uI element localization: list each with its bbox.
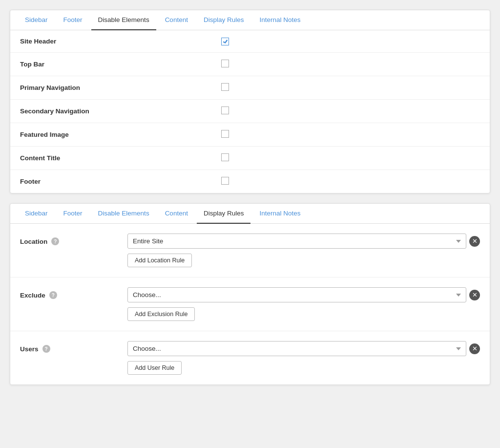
location-label-col: Location ? [20,234,118,245]
footer-checkbox[interactable] [221,177,229,185]
display-rules-panel: Sidebar Footer Disable Elements Content … [10,203,490,385]
exclude-clear-button[interactable]: ✕ [469,290,480,300]
exclude-label-col: Exclude ? [20,287,118,299]
exclude-select-group: Choose... Homepage Blog Archive Single P… [127,287,480,302]
add-location-rule-button[interactable]: Add Location Rule [127,254,192,267]
tab-content-1[interactable]: Content [158,10,195,30]
element-label: Featured Image [10,123,211,147]
exclude-label: Exclude [20,292,45,299]
users-controls: Choose... All Users Logged In Logged Out… [127,341,480,375]
tab-disable-elements-1[interactable]: Disable Elements [91,10,156,30]
site-header-checkbox[interactable] [221,38,229,45]
exclude-controls: Choose... Homepage Blog Archive Single P… [127,287,480,321]
tab-disable-elements-2[interactable]: Disable Elements [91,204,156,224]
exclude-rule-row: Exclude ? Choose... Homepage Blog Archiv… [10,277,490,331]
close-icon: ✕ [472,345,478,352]
top-bar-checkbox[interactable] [221,60,229,67]
panel1-tabs: Sidebar Footer Disable Elements Content … [10,10,490,30]
element-label: Site Header [10,30,211,53]
tab-display-rules-1[interactable]: Display Rules [197,10,251,30]
table-row: Featured Image [10,123,490,147]
exclude-help-icon[interactable]: ? [49,291,57,299]
table-row: Top Bar [10,53,490,76]
location-controls: Entire Site Homepage Blog Archive Single… [127,234,480,267]
location-select-group: Entire Site Homepage Blog Archive Single… [127,234,480,249]
users-help-icon[interactable]: ? [42,345,50,353]
primary-navigation-checkbox[interactable] [221,83,229,91]
exclude-select[interactable]: Choose... Homepage Blog Archive Single P… [127,287,466,302]
element-label: Content Title [10,147,211,170]
location-select[interactable]: Entire Site Homepage Blog Archive Single… [127,234,466,249]
users-select[interactable]: Choose... All Users Logged In Logged Out… [127,341,466,356]
table-row: Secondary Navigation [10,100,490,123]
location-help-icon[interactable]: ? [51,237,59,245]
close-icon: ✕ [472,237,478,245]
add-exclusion-rule-button[interactable]: Add Exclusion Rule [127,307,195,321]
table-row: Site Header [10,30,490,53]
table-row: Content Title [10,147,490,170]
tab-internal-notes-2[interactable]: Internal Notes [252,204,307,224]
location-label: Location [20,238,47,245]
panel2-tabs: Sidebar Footer Disable Elements Content … [10,204,490,224]
element-label: Top Bar [10,53,211,76]
tab-internal-notes-1[interactable]: Internal Notes [252,10,307,30]
tab-sidebar-1[interactable]: Sidebar [18,10,55,30]
users-rule-row: Users ? Choose... All Users Logged In Lo… [10,331,490,384]
table-row: Primary Navigation [10,76,490,100]
secondary-navigation-checkbox[interactable] [221,107,229,114]
users-label: Users [20,345,39,353]
disable-elements-table: Site Header Top Bar Primary Navigation S… [10,30,490,193]
tab-footer-1[interactable]: Footer [57,10,89,30]
element-label: Secondary Navigation [10,100,211,123]
tab-display-rules-2[interactable]: Display Rules [197,204,251,224]
tab-sidebar-2[interactable]: Sidebar [18,204,55,224]
users-clear-button[interactable]: ✕ [469,343,480,354]
close-icon: ✕ [472,291,478,299]
featured-image-checkbox[interactable] [221,130,229,138]
element-label: Primary Navigation [10,76,211,100]
users-label-col: Users ? [20,341,118,353]
add-user-rule-button[interactable]: Add User Rule [127,361,182,375]
disable-elements-panel: Sidebar Footer Disable Elements Content … [10,10,490,193]
content-title-checkbox[interactable] [221,153,229,161]
element-label: Footer [10,170,211,193]
tab-content-2[interactable]: Content [158,204,195,224]
tab-footer-2[interactable]: Footer [57,204,89,224]
table-row: Footer [10,170,490,193]
location-clear-button[interactable]: ✕ [469,236,480,247]
location-rule-row: Location ? Entire Site Homepage Blog Arc… [10,224,490,277]
users-select-group: Choose... All Users Logged In Logged Out… [127,341,480,356]
display-rules-content: Location ? Entire Site Homepage Blog Arc… [10,224,490,384]
